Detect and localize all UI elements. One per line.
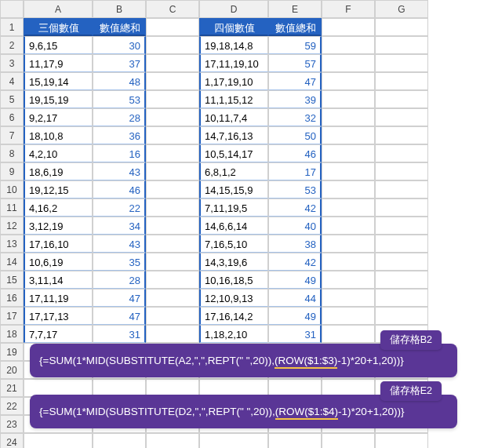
cell-A15[interactable]: 3,11,14 — [24, 271, 93, 289]
row-header-22[interactable]: 22 — [0, 397, 24, 415]
cell-D7[interactable]: 14,7,16,13 — [199, 126, 268, 144]
cell-E3[interactable]: 57 — [268, 54, 322, 72]
cell-B3[interactable]: 37 — [93, 54, 146, 72]
cell-G8[interactable] — [375, 144, 428, 162]
cell-G12[interactable] — [375, 217, 428, 235]
cell-E7[interactable]: 50 — [268, 126, 322, 144]
cell-G2[interactable] — [375, 36, 428, 54]
cell-E18[interactable]: 31 — [268, 325, 322, 343]
cell-E2[interactable]: 59 — [268, 36, 322, 54]
cell-B6[interactable]: 28 — [93, 108, 146, 126]
cell-E9[interactable]: 17 — [268, 162, 322, 180]
cell-B15[interactable]: 28 — [93, 271, 146, 289]
cell-C18[interactable] — [146, 325, 199, 343]
cell-A11[interactable]: 4,16,2 — [24, 199, 93, 217]
cell-C10[interactable] — [146, 180, 199, 199]
cell-C5[interactable] — [146, 90, 199, 108]
cell-D12[interactable]: 14,6,6,14 — [199, 217, 268, 235]
row-header-12[interactable]: 12 — [0, 217, 24, 235]
row-header-4[interactable]: 4 — [0, 72, 24, 90]
cell-E5[interactable]: 39 — [268, 90, 322, 108]
cell-B4[interactable]: 48 — [93, 72, 146, 90]
cell-G6[interactable] — [375, 108, 428, 126]
cell-C9[interactable] — [146, 162, 199, 180]
cell-E10[interactable]: 53 — [268, 180, 322, 199]
cell-F7[interactable] — [322, 126, 375, 144]
cell-F11[interactable] — [322, 199, 375, 217]
cell-F9[interactable] — [322, 162, 375, 180]
cell-B7[interactable]: 36 — [93, 126, 146, 144]
cell-D14[interactable]: 14,3,19,6 — [199, 253, 268, 271]
col-header-D[interactable]: D — [199, 0, 268, 18]
cell-F10[interactable] — [322, 180, 375, 199]
corner-cell[interactable] — [0, 0, 24, 18]
cell-B17[interactable]: 47 — [93, 307, 146, 325]
row-header-11[interactable]: 11 — [0, 199, 24, 217]
cell-G16[interactable] — [375, 289, 428, 307]
cell-C6[interactable] — [146, 108, 199, 126]
cell-F16[interactable] — [322, 289, 375, 307]
cell-B12[interactable]: 34 — [93, 217, 146, 235]
cell-A9[interactable]: 18,6,19 — [24, 162, 93, 180]
row-header-19[interactable]: 19 — [0, 343, 24, 361]
cell-C8[interactable] — [146, 144, 199, 162]
cell-B13[interactable]: 43 — [93, 235, 146, 253]
cell-G3[interactable] — [375, 54, 428, 72]
cell-B5[interactable]: 53 — [93, 90, 146, 108]
cell-E6[interactable]: 32 — [268, 108, 322, 126]
cell-G7[interactable] — [375, 126, 428, 144]
row-header-10[interactable]: 10 — [0, 180, 24, 199]
row-header-7[interactable]: 7 — [0, 126, 24, 144]
cell-A8[interactable]: 4,2,10 — [24, 144, 93, 162]
col-header-B[interactable]: B — [93, 0, 146, 18]
cell-E14[interactable]: 42 — [268, 253, 322, 271]
cell-D18[interactable]: 1,18,2,10 — [199, 325, 268, 343]
cell-D15[interactable]: 10,16,18,5 — [199, 271, 268, 289]
cell-D5[interactable]: 11,1,15,12 — [199, 90, 268, 108]
cell-A13[interactable]: 17,16,10 — [24, 235, 93, 253]
cell-G5[interactable] — [375, 90, 428, 108]
row-header-16[interactable]: 16 — [0, 289, 24, 307]
cell-C12[interactable] — [146, 217, 199, 235]
row-header-6[interactable]: 6 — [0, 108, 24, 126]
cell-F6[interactable] — [322, 108, 375, 126]
cell-F1[interactable] — [322, 18, 375, 36]
cell-D1[interactable]: 四個數值 — [199, 18, 268, 36]
cell-B2[interactable]: 30 — [93, 36, 146, 54]
cell-A5[interactable]: 19,15,19 — [24, 90, 93, 108]
row-header-2[interactable]: 2 — [0, 36, 24, 54]
cell-G9[interactable] — [375, 162, 428, 180]
cell-F13[interactable] — [322, 235, 375, 253]
cell-E4[interactable]: 47 — [268, 72, 322, 90]
row-header-3[interactable]: 3 — [0, 54, 24, 72]
cell-B1[interactable]: 數值總和 — [93, 18, 146, 36]
cell-G10[interactable] — [375, 180, 428, 199]
cell-C4[interactable] — [146, 72, 199, 90]
cell-A3[interactable]: 11,17,9 — [24, 54, 93, 72]
cell-B8[interactable]: 16 — [93, 144, 146, 162]
col-header-E[interactable]: E — [268, 0, 322, 18]
cell-B18[interactable]: 31 — [93, 325, 146, 343]
cell-E17[interactable]: 49 — [268, 307, 322, 325]
cell-A2[interactable]: 9,6,15 — [24, 36, 93, 54]
cell-C2[interactable] — [146, 36, 199, 54]
row-header-8[interactable]: 8 — [0, 144, 24, 162]
cell-D9[interactable]: 6,8,1,2 — [199, 162, 268, 180]
cell-D2[interactable]: 19,18,14,8 — [199, 36, 268, 54]
row-header-13[interactable]: 13 — [0, 235, 24, 253]
cell-C3[interactable] — [146, 54, 199, 72]
cell-C16[interactable] — [146, 289, 199, 307]
cell-D3[interactable]: 17,11,19,10 — [199, 54, 268, 72]
row-header-1[interactable]: 1 — [0, 18, 24, 36]
cell-A7[interactable]: 18,10,8 — [24, 126, 93, 144]
cell-A16[interactable]: 17,11,19 — [24, 289, 93, 307]
cell-D8[interactable]: 10,5,14,17 — [199, 144, 268, 162]
cell-G11[interactable] — [375, 199, 428, 217]
cell-D4[interactable]: 1,17,19,10 — [199, 72, 268, 90]
row-header-14[interactable]: 14 — [0, 253, 24, 271]
cell-F8[interactable] — [322, 144, 375, 162]
cell-A12[interactable]: 3,12,19 — [24, 217, 93, 235]
cell-A18[interactable]: 7,7,17 — [24, 325, 93, 343]
cell-A4[interactable]: 15,19,14 — [24, 72, 93, 90]
cell-F14[interactable] — [322, 253, 375, 271]
